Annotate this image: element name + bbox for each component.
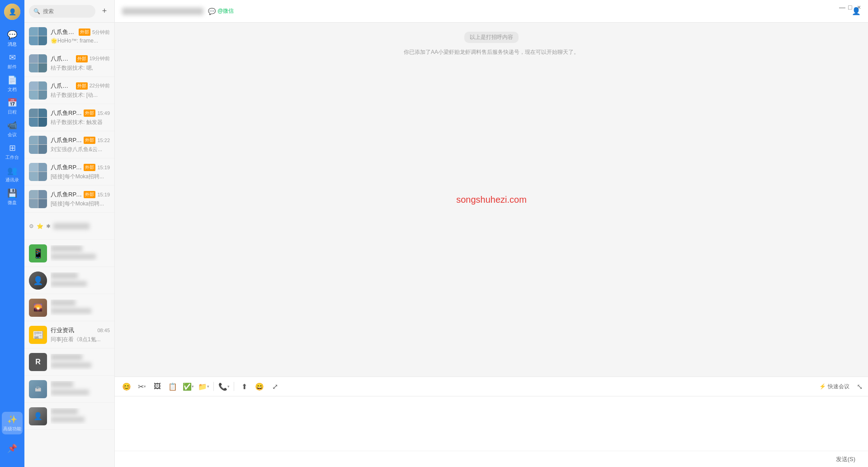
list-item[interactable]: 八爪鱼RPA-用户... 外部 15:19 [链接]每个Moka招聘...: [24, 186, 114, 213]
folder-icon: 📁: [198, 382, 207, 391]
sidebar-item-mail[interactable]: ✉ 邮件: [0, 50, 24, 72]
avatar: [29, 163, 47, 181]
send-button[interactable]: 发送(S): [830, 453, 861, 465]
sidebar-item-advanced-label: 高级功能: [3, 426, 21, 432]
sidebar-item-pin[interactable]: 📌: [0, 437, 24, 460]
phone-btn[interactable]: 📞 ▾: [217, 380, 230, 393]
list-item[interactable]: 🏔: [24, 376, 114, 403]
avatar: [29, 27, 47, 45]
folder-check-icon: ✅: [183, 382, 192, 391]
list-item[interactable]: 📰 行业资讯 08:45 同事]在看《8点1氪...: [24, 321, 114, 348]
toolbar-right: ⚡ 快速会议 ⤡: [816, 381, 863, 392]
avatar[interactable]: 👤: [4, 4, 20, 20]
more-emoji-btn[interactable]: 😄: [253, 380, 266, 393]
pin-icon: 📌: [7, 443, 17, 453]
folder-btn[interactable]: 📁 ▾: [197, 380, 210, 393]
sidebar-item-messages[interactable]: 💬 消息: [0, 27, 24, 50]
chat-info: [51, 245, 110, 261]
wechat-badge: 💬 @微信: [208, 7, 234, 15]
tag-waibu: 外部: [84, 137, 95, 144]
search-input[interactable]: [43, 8, 91, 14]
close-btn[interactable]: ×: [857, 4, 863, 9]
chat-name: 八爪鱼RPA-交流群: [51, 163, 82, 172]
chat-input-area: [115, 396, 868, 451]
sidebar-item-docs[interactable]: 📄 文档: [0, 72, 24, 95]
list-item[interactable]: 八爪鱼RPA-用户... 外部 15:49 桔子数据技术: 触发器: [24, 104, 114, 131]
toolbar-divider-2: [234, 382, 234, 391]
toolbar-divider: [213, 382, 214, 391]
sidebar-item-workspace-label: 工作台: [5, 154, 19, 161]
expand-area-btn[interactable]: ⤢: [269, 380, 281, 393]
avatar: 📰: [29, 326, 47, 344]
list-item[interactable]: 🌄: [24, 294, 114, 321]
meeting-icon: 📹: [7, 120, 17, 130]
tag-waibu: 外部: [84, 110, 95, 117]
chat-input[interactable]: [122, 400, 861, 447]
image-icon: 🖼: [154, 382, 161, 391]
chat-info: 行业资讯 08:45 同事]在看《8点1氪...: [51, 326, 110, 343]
chat-info: 八爪鱼RPA-用户... 外部 15:22 刘宝强@八爪鱼&云...: [51, 136, 110, 153]
sidebar-item-advanced[interactable]: ✨ 高级功能: [2, 412, 23, 434]
quick-meeting-btn[interactable]: ⚡ 快速会议: [816, 381, 853, 392]
message-icon: 💬: [7, 30, 17, 40]
chat-body: 以上是打招呼内容 你已添加了AA小梁虾贻龙虾调料售后服务快递号，现在可以开始聊天…: [115, 23, 868, 376]
chat-preview: [链接]每个Moka招聘...: [51, 173, 110, 181]
avatar: [29, 109, 47, 127]
scissors-btn[interactable]: ✂ ▾: [136, 380, 148, 393]
image-btn[interactable]: 🖼: [151, 380, 164, 393]
chat-header-title-blurred: [122, 8, 203, 15]
chat-info: 八爪鱼RPA-交流群 外部 15:19 [链接]每个Moka招聘...: [51, 163, 110, 181]
chat-info: [51, 272, 110, 288]
sidebar-item-meeting[interactable]: 📹 会议: [0, 118, 24, 140]
search-bar[interactable]: 🔍: [29, 5, 95, 18]
sidebar-item-workspace[interactable]: ⊞ 工作台: [0, 140, 24, 163]
avatar: [29, 190, 47, 208]
chat-info: 八爪鱼RPA-用户... 外部 15:19 [链接]每个Moka招聘...: [51, 191, 110, 208]
workspace-icon: ⊞: [9, 143, 16, 153]
avatar: [29, 54, 47, 72]
minimize-btn[interactable]: —: [839, 4, 844, 9]
sidebar-item-meeting-label: 会议: [8, 132, 17, 138]
sidebar-item-mail-label: 邮件: [8, 64, 17, 70]
restore-btn[interactable]: □: [848, 4, 854, 9]
list-item[interactable]: 八爪鱼RPA-交流群 外部 15:19 [链接]每个Moka招聘...: [24, 158, 114, 186]
chat-name: 八爪鱼RPA-用户...: [51, 55, 74, 63]
sidebar-item-contacts[interactable]: 👥 通讯录: [0, 163, 24, 186]
folder-check-btn[interactable]: ✅ ▾: [182, 380, 194, 393]
emoji-btn[interactable]: 😊: [120, 380, 133, 393]
chat-time: 15:19: [97, 192, 110, 197]
avatar: [29, 81, 47, 100]
arrow-up-btn[interactable]: ⬆: [238, 380, 250, 393]
avatar: 👤: [29, 407, 47, 425]
chat-time: 15:22: [97, 138, 110, 143]
list-item[interactable]: 八爪鱼RPA-用户... 外部 19分钟前 桔子数据技术: 嗯,: [24, 50, 114, 77]
sidebar-item-calendar[interactable]: 📅 日程: [0, 95, 24, 118]
expand-chat-btn[interactable]: ⤡: [857, 382, 863, 391]
expand-icon: ⤡: [857, 383, 863, 391]
nav-sidebar: 👤 💬 消息 ✉ 邮件 📄 文档 📅 日程 📹 会议 ⊞ 工作台 👥 通讯录 💾…: [0, 0, 24, 467]
sidebar-item-disk-label: 微盘: [8, 200, 17, 206]
file-small-btn[interactable]: 📋: [166, 380, 179, 393]
search-icon: 🔍: [33, 8, 40, 14]
list-item[interactable]: R: [24, 348, 114, 376]
contacts-icon: 👥: [7, 166, 17, 176]
list-item[interactable]: 👤: [24, 267, 114, 294]
disk-icon: 💾: [7, 188, 17, 198]
chat-header: 💬 @微信 👤: [115, 0, 868, 23]
mail-icon: ✉: [9, 52, 16, 62]
add-chat-btn[interactable]: +: [99, 6, 110, 17]
list-item[interactable]: 八爪鱼RPA-用户... 外部 15:22 刘宝强@八爪鱼&云...: [24, 131, 114, 158]
list-item[interactable]: ⚙⭐✱: [24, 213, 114, 240]
list-item[interactable]: 📱: [24, 240, 114, 267]
list-item[interactable]: 八爪鱼RPA-用户... 外部 22分钟前 桔子数据技术: [动...: [24, 77, 114, 104]
chat-preview: 🌟HoHo™: frame...: [51, 38, 110, 44]
tag-waibu: 外部: [76, 82, 88, 90]
watermark: songshuhezi.com: [456, 195, 527, 205]
list-item[interactable]: 👤: [24, 403, 114, 430]
sidebar-item-disk[interactable]: 💾 微盘: [0, 186, 24, 208]
chat-list-header: 🔍 +: [24, 0, 114, 23]
tag-waibu: 外部: [79, 29, 90, 36]
list-item[interactable]: 八爪鱼RPA-用户... 外部 5分钟前 🌟HoHo™: frame...: [24, 23, 114, 50]
system-message-top: 以上是打招呼内容: [464, 32, 519, 43]
expand-area-icon: ⤢: [272, 382, 278, 391]
